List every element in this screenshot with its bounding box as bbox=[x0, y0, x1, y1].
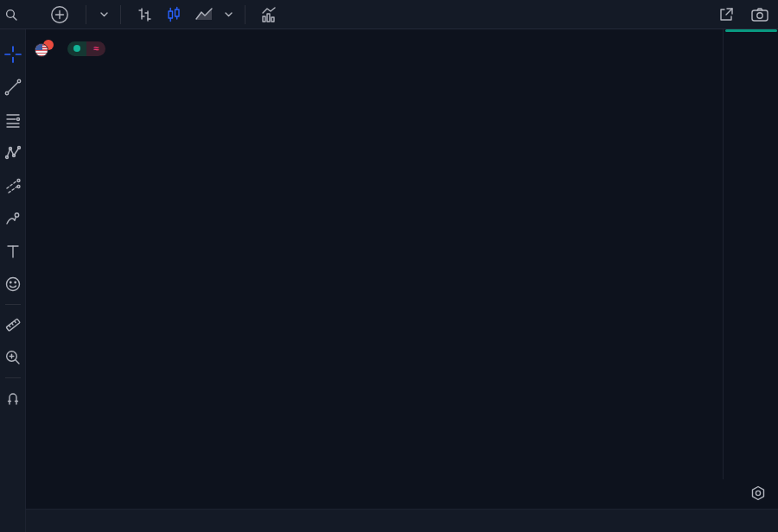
text-icon bbox=[4, 243, 22, 260]
screenshot-camera-button[interactable] bbox=[749, 3, 771, 27]
trend-line-icon bbox=[4, 79, 22, 96]
chart-style-bars-button[interactable] bbox=[130, 3, 159, 27]
xabcd-pattern-icon bbox=[4, 144, 22, 162]
crosshair-icon bbox=[4, 46, 22, 63]
chart-style-menu-button[interactable] bbox=[220, 3, 236, 27]
chart-style-area-button[interactable] bbox=[188, 3, 220, 27]
candles-chart-icon bbox=[165, 6, 182, 23]
projection-icon bbox=[4, 177, 22, 194]
search-icon bbox=[5, 9, 17, 21]
tool-ruler-button[interactable] bbox=[1, 308, 25, 341]
indicators-button[interactable] bbox=[254, 3, 289, 27]
chart-legend: ≈ bbox=[35, 40, 137, 57]
timeframe-menu-button[interactable] bbox=[95, 3, 112, 27]
fib-retracement-icon bbox=[4, 111, 22, 129]
toolbar-right-group bbox=[716, 3, 771, 27]
zoom-in-icon bbox=[4, 349, 22, 366]
sidebar-separator bbox=[5, 304, 21, 305]
compare-add-symbol-button[interactable] bbox=[42, 3, 77, 27]
tool-brush-button[interactable] bbox=[1, 202, 25, 235]
indicators-icon bbox=[260, 6, 277, 23]
delayed-data-icon: ≈ bbox=[86, 41, 105, 56]
toolbar-separator bbox=[120, 5, 121, 24]
bottom-toolbar bbox=[26, 510, 778, 532]
sidebar-separator bbox=[5, 377, 21, 378]
usdcnh-flag-icon bbox=[35, 40, 54, 57]
tool-trend-line-button[interactable] bbox=[1, 71, 25, 104]
price-axis[interactable] bbox=[723, 29, 778, 479]
tool-magnet-button[interactable] bbox=[1, 382, 25, 415]
tool-fib-retracement-button[interactable] bbox=[1, 104, 25, 136]
plus-circle-icon bbox=[48, 3, 71, 26]
ruler-icon bbox=[4, 316, 22, 333]
magnet-icon bbox=[4, 390, 22, 407]
tool-text-button[interactable] bbox=[1, 235, 25, 268]
data-status-toggle[interactable]: ≈ bbox=[67, 41, 105, 56]
chart-plot-area[interactable]: ≈ bbox=[26, 29, 723, 479]
toolbar-separator bbox=[245, 5, 246, 24]
emoji-icon bbox=[4, 276, 22, 293]
drawing-tools-sidebar bbox=[0, 29, 26, 532]
last-price-label bbox=[725, 29, 777, 32]
area-chart-icon bbox=[194, 6, 214, 23]
tool-crosshair-button[interactable] bbox=[1, 38, 25, 71]
tool-zoom-in-button[interactable] bbox=[1, 341, 25, 374]
brush-icon bbox=[4, 210, 22, 227]
chevron-down-icon bbox=[100, 12, 108, 17]
axis-settings-gear-button[interactable] bbox=[750, 485, 766, 501]
visibility-dot-icon bbox=[67, 41, 86, 56]
top-toolbar bbox=[0, 0, 778, 29]
tool-projection-button[interactable] bbox=[1, 169, 25, 202]
time-axis[interactable] bbox=[26, 479, 778, 510]
tool-xabcd-pattern-button[interactable] bbox=[1, 136, 25, 169]
bars-chart-icon bbox=[136, 6, 153, 23]
open-popup-button[interactable] bbox=[716, 3, 737, 27]
tool-emoji-button[interactable] bbox=[1, 268, 25, 301]
symbol-search-button[interactable] bbox=[2, 3, 27, 27]
trading-chart-app: ≈ bbox=[0, 0, 778, 532]
chart-style-candles-button[interactable] bbox=[159, 3, 188, 27]
chevron-down-icon bbox=[225, 12, 233, 17]
toolbar-separator bbox=[86, 5, 86, 24]
candlestick-chart bbox=[26, 29, 723, 479]
